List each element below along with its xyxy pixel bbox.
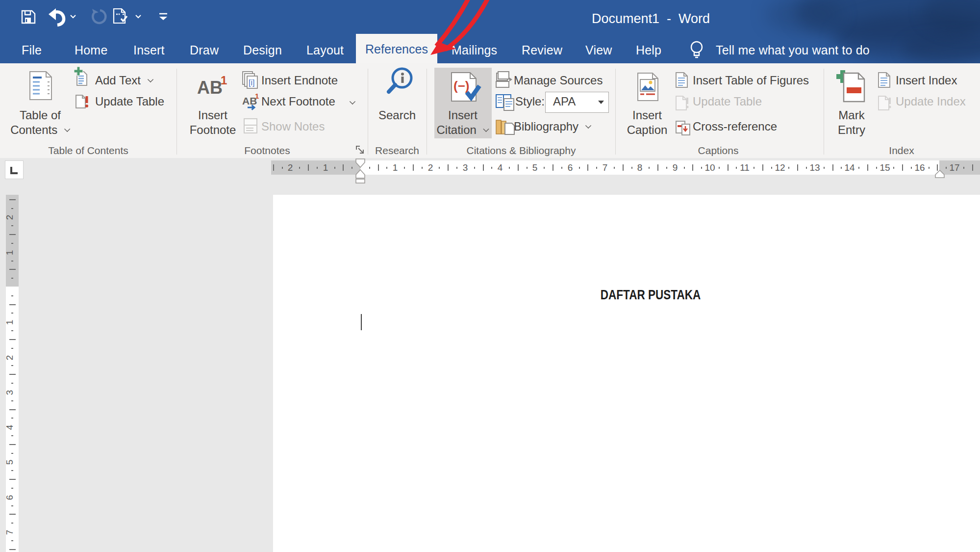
svg-text:AB: AB (197, 78, 223, 98)
svg-text:1: 1 (221, 74, 227, 87)
svg-text:(−): (−) (453, 79, 470, 93)
svg-text:[i]: [i] (249, 79, 254, 87)
svg-text:1: 1 (255, 92, 259, 100)
